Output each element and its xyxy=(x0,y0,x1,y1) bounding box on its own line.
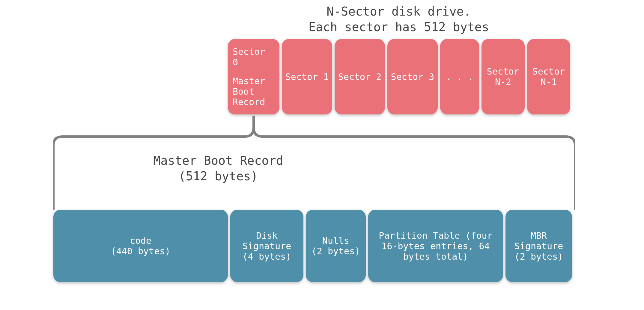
sector-n-minus-1: Sector N-1 xyxy=(527,39,570,114)
sector-1-label: Sector 1 xyxy=(285,72,329,82)
mbr-title-line2: (512 bytes) xyxy=(179,169,258,183)
sector-ellipsis-label: . . . xyxy=(446,72,473,82)
sector-3-label: Sector 3 xyxy=(391,72,434,82)
mbr-title: Master Boot Record (512 bytes) xyxy=(53,153,383,184)
mbr-part-mbr-signature-bytes: (2 bytes) xyxy=(514,251,563,262)
sector-1: Sector 1 xyxy=(282,39,332,114)
mbr-part-disk-signature-bytes: (4 bytes) xyxy=(243,251,291,262)
mbr-part-partition-table: Partition Table (four 16-bytes entries, … xyxy=(368,210,503,282)
sector-2-label: Sector 2 xyxy=(338,72,382,82)
sector-2: Sector 2 xyxy=(335,39,385,114)
disk-title: N-Sector disk drive. Each sector has 512… xyxy=(228,4,570,35)
mbr-part-disk-signature-label: Disk Signature xyxy=(240,230,294,251)
sector-0-top: Sector 0 xyxy=(233,46,275,67)
mbr-title-line1: Master Boot Record xyxy=(153,154,283,167)
mbr-part-nulls-label: Nulls xyxy=(322,235,349,246)
mbr-part-code-bytes: (440 bytes) xyxy=(111,246,171,256)
mbr-row: code (440 bytes) Disk Signature (4 bytes… xyxy=(53,210,572,282)
mbr-part-mbr-signature-label: MBR Signature xyxy=(512,230,566,251)
sector-n-minus-1-label: Sector N-1 xyxy=(531,66,567,87)
diagram-canvas: N-Sector disk drive. Each sector has 512… xyxy=(0,0,644,310)
mbr-part-disk-signature: Disk Signature (4 bytes) xyxy=(230,210,303,282)
disk-title-line1: N-Sector disk drive. xyxy=(326,4,471,18)
sector-0-label: Master Boot Record xyxy=(233,76,269,107)
mbr-part-nulls: Nulls (2 bytes) xyxy=(306,210,366,282)
mbr-part-partition-table-label: Partition Table (four 16-bytes entries, … xyxy=(373,230,499,262)
sector-3: Sector 3 xyxy=(387,39,438,114)
mbr-part-nulls-bytes: (2 bytes) xyxy=(312,246,360,256)
sector-0: Sector 0 Master Boot Record xyxy=(228,39,279,114)
sectors-row: Sector 0 Master Boot Record Sector 1 Sec… xyxy=(228,39,570,114)
mbr-part-code-label: code xyxy=(130,235,151,246)
disk-title-line2: Each sector has 512 bytes xyxy=(309,20,489,34)
sector-ellipsis: . . . xyxy=(440,39,479,114)
mbr-part-mbr-signature: MBR Signature (2 bytes) xyxy=(505,210,572,282)
sector-n-minus-2: Sector N-2 xyxy=(482,39,525,114)
mbr-part-code: code (440 bytes) xyxy=(53,210,228,282)
sector-n-minus-2-label: Sector N-2 xyxy=(485,66,521,87)
